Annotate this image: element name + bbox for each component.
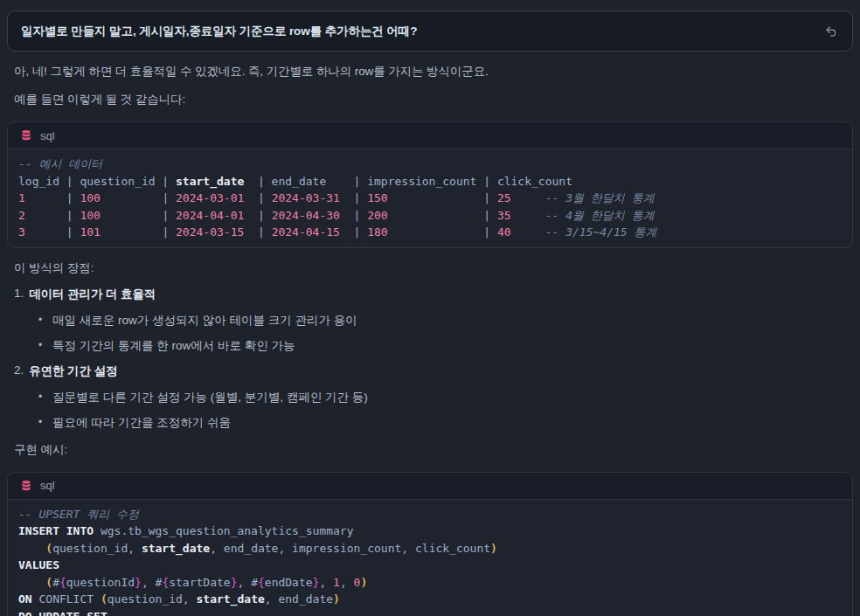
advantages-title: 이 방식의 장점: xyxy=(14,260,846,276)
bullet-group: • 질문별로 다른 기간 설정 가능 (월별, 분기별, 캠페인 기간 등) •… xyxy=(38,390,846,430)
list-item-title: 유연한 기간 설정 xyxy=(29,363,117,379)
list-item: 1. 데이터 관리가 더 효율적 xyxy=(14,287,846,302)
bullet-item: • 필요에 따라 기간을 조정하기 쉬움 xyxy=(38,415,846,430)
bullet-dot: • xyxy=(38,338,52,353)
list-item-number: 1. xyxy=(14,287,24,302)
implementation-lead: 구현 예시: xyxy=(14,442,846,458)
bullet-item: • 특정 기간의 통계를 한 row에서 바로 확인 가능 xyxy=(38,338,846,353)
assistant-example-lead: 예를 들면 이렇게 될 것 같습니다: xyxy=(14,92,846,107)
code-block-upsert-query: sql -- UPSERT 쿼리 수정INSERT INTO wgs.tb_wg… xyxy=(7,472,853,616)
bullet-dot: • xyxy=(38,390,52,405)
bullet-text: 매일 새로운 row가 생성되지 않아 테이블 크기 관리가 용이 xyxy=(52,313,357,328)
bullet-group: • 매일 새로운 row가 생성되지 않아 테이블 크기 관리가 용이 • 특정… xyxy=(38,313,846,353)
bullet-text: 질문별로 다른 기간 설정 가능 (월별, 분기별, 캠페인 기간 등) xyxy=(52,390,368,405)
advantages-list: 1. 데이터 관리가 더 효율적 • 매일 새로운 row가 생성되지 않아 테… xyxy=(14,287,846,430)
code-content: -- UPSERT 쿼리 수정INSERT INTO wgs.tb_wgs_qu… xyxy=(8,500,852,616)
bullet-item: • 질문별로 다른 기간 설정 가능 (월별, 분기별, 캠페인 기간 등) xyxy=(38,390,846,405)
code-language-label: sql xyxy=(40,479,55,492)
bullet-text: 특정 기간의 통계를 한 row에서 바로 확인 가능 xyxy=(52,338,295,353)
list-item-number: 2. xyxy=(14,363,24,379)
code-block-example-data: sql -- 예시 데이터log_id | question_id | star… xyxy=(7,121,853,248)
user-message-bubble: 일자별로 만들지 말고, 게시일자,종료일자 기준으로 row를 추가하는건 어… xyxy=(7,10,853,52)
code-block-header: sql xyxy=(8,122,852,149)
code-block-header: sql xyxy=(8,473,852,500)
undo-icon[interactable] xyxy=(822,22,840,40)
code-content: -- 예시 데이터log_id | question_id | start_da… xyxy=(8,149,852,247)
bullet-dot: • xyxy=(38,415,52,430)
code-language-label: sql xyxy=(40,129,55,142)
bullet-dot: • xyxy=(38,313,52,328)
assistant-intro: 아, 네! 그렇게 하면 더 효율적일 수 있겠네요. 즉, 기간별로 하나의 … xyxy=(14,64,846,80)
bullet-item: • 매일 새로운 row가 생성되지 않아 테이블 크기 관리가 용이 xyxy=(38,313,846,328)
list-item: 2. 유연한 기간 설정 xyxy=(14,363,846,379)
chat-page: 일자별로 만들지 말고, 게시일자,종료일자 기준으로 row를 추가하는건 어… xyxy=(0,0,860,616)
database-icon xyxy=(20,480,32,492)
user-message-text: 일자별로 만들지 말고, 게시일자,종료일자 기준으로 row를 추가하는건 어… xyxy=(21,24,417,39)
bullet-text: 필요에 따라 기간을 조정하기 쉬움 xyxy=(52,415,231,430)
list-item-title: 데이터 관리가 더 효율적 xyxy=(29,287,156,302)
database-icon xyxy=(20,129,32,142)
